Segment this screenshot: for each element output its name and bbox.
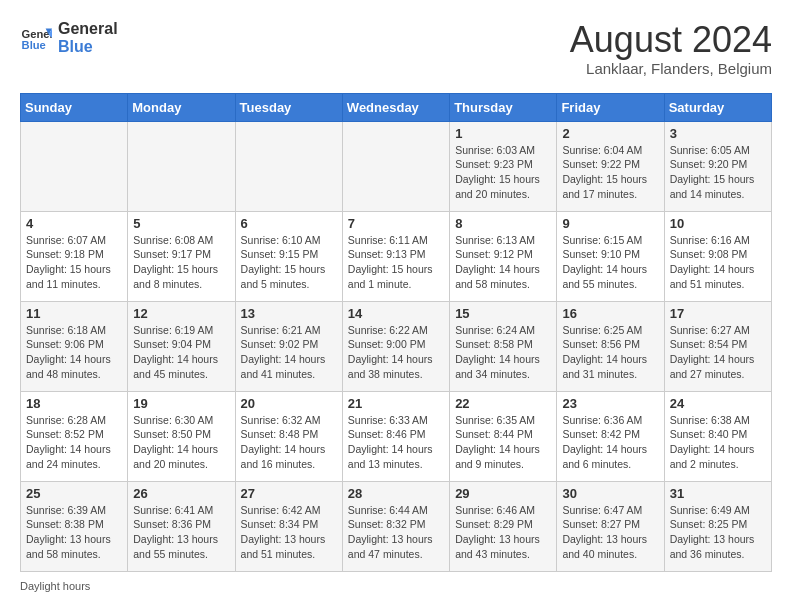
calendar-cell: 15Sunrise: 6:24 AM Sunset: 8:58 PM Dayli… bbox=[450, 301, 557, 391]
calendar-cell: 27Sunrise: 6:42 AM Sunset: 8:34 PM Dayli… bbox=[235, 481, 342, 571]
day-info: Sunrise: 6:49 AM Sunset: 8:25 PM Dayligh… bbox=[670, 503, 766, 562]
day-info: Sunrise: 6:30 AM Sunset: 8:50 PM Dayligh… bbox=[133, 413, 229, 472]
day-number: 28 bbox=[348, 486, 444, 501]
page-header: General Blue General Blue August 2024 La… bbox=[20, 20, 772, 77]
day-number: 1 bbox=[455, 126, 551, 141]
day-number: 27 bbox=[241, 486, 337, 501]
day-info: Sunrise: 6:05 AM Sunset: 9:20 PM Dayligh… bbox=[670, 143, 766, 202]
day-number: 31 bbox=[670, 486, 766, 501]
day-info: Sunrise: 6:38 AM Sunset: 8:40 PM Dayligh… bbox=[670, 413, 766, 472]
calendar-table: SundayMondayTuesdayWednesdayThursdayFrid… bbox=[20, 93, 772, 572]
calendar-week-row: 25Sunrise: 6:39 AM Sunset: 8:38 PM Dayli… bbox=[21, 481, 772, 571]
day-number: 23 bbox=[562, 396, 658, 411]
calendar-week-row: 11Sunrise: 6:18 AM Sunset: 9:06 PM Dayli… bbox=[21, 301, 772, 391]
calendar-cell: 13Sunrise: 6:21 AM Sunset: 9:02 PM Dayli… bbox=[235, 301, 342, 391]
calendar-cell: 8Sunrise: 6:13 AM Sunset: 9:12 PM Daylig… bbox=[450, 211, 557, 301]
day-number: 25 bbox=[26, 486, 122, 501]
calendar-cell: 12Sunrise: 6:19 AM Sunset: 9:04 PM Dayli… bbox=[128, 301, 235, 391]
day-number: 18 bbox=[26, 396, 122, 411]
calendar-cell: 2Sunrise: 6:04 AM Sunset: 9:22 PM Daylig… bbox=[557, 121, 664, 211]
day-number: 24 bbox=[670, 396, 766, 411]
day-number: 13 bbox=[241, 306, 337, 321]
logo-text-general: General bbox=[58, 20, 118, 38]
day-number: 20 bbox=[241, 396, 337, 411]
weekday-header-sunday: Sunday bbox=[21, 93, 128, 121]
calendar-cell bbox=[128, 121, 235, 211]
day-info: Sunrise: 6:10 AM Sunset: 9:15 PM Dayligh… bbox=[241, 233, 337, 292]
day-info: Sunrise: 6:21 AM Sunset: 9:02 PM Dayligh… bbox=[241, 323, 337, 382]
day-number: 14 bbox=[348, 306, 444, 321]
calendar-cell: 20Sunrise: 6:32 AM Sunset: 8:48 PM Dayli… bbox=[235, 391, 342, 481]
svg-text:Blue: Blue bbox=[22, 39, 46, 51]
day-number: 26 bbox=[133, 486, 229, 501]
calendar-cell: 9Sunrise: 6:15 AM Sunset: 9:10 PM Daylig… bbox=[557, 211, 664, 301]
day-number: 9 bbox=[562, 216, 658, 231]
day-number: 8 bbox=[455, 216, 551, 231]
calendar-cell: 23Sunrise: 6:36 AM Sunset: 8:42 PM Dayli… bbox=[557, 391, 664, 481]
calendar-cell: 17Sunrise: 6:27 AM Sunset: 8:54 PM Dayli… bbox=[664, 301, 771, 391]
calendar-cell: 4Sunrise: 6:07 AM Sunset: 9:18 PM Daylig… bbox=[21, 211, 128, 301]
calendar-cell: 22Sunrise: 6:35 AM Sunset: 8:44 PM Dayli… bbox=[450, 391, 557, 481]
calendar-cell bbox=[21, 121, 128, 211]
day-number: 2 bbox=[562, 126, 658, 141]
calendar-week-row: 4Sunrise: 6:07 AM Sunset: 9:18 PM Daylig… bbox=[21, 211, 772, 301]
weekday-header-row: SundayMondayTuesdayWednesdayThursdayFrid… bbox=[21, 93, 772, 121]
calendar-cell: 10Sunrise: 6:16 AM Sunset: 9:08 PM Dayli… bbox=[664, 211, 771, 301]
day-info: Sunrise: 6:35 AM Sunset: 8:44 PM Dayligh… bbox=[455, 413, 551, 472]
calendar-cell: 7Sunrise: 6:11 AM Sunset: 9:13 PM Daylig… bbox=[342, 211, 449, 301]
calendar-cell bbox=[235, 121, 342, 211]
day-info: Sunrise: 6:42 AM Sunset: 8:34 PM Dayligh… bbox=[241, 503, 337, 562]
day-info: Sunrise: 6:27 AM Sunset: 8:54 PM Dayligh… bbox=[670, 323, 766, 382]
calendar-cell: 3Sunrise: 6:05 AM Sunset: 9:20 PM Daylig… bbox=[664, 121, 771, 211]
calendar-cell: 1Sunrise: 6:03 AM Sunset: 9:23 PM Daylig… bbox=[450, 121, 557, 211]
calendar-cell: 24Sunrise: 6:38 AM Sunset: 8:40 PM Dayli… bbox=[664, 391, 771, 481]
day-info: Sunrise: 6:04 AM Sunset: 9:22 PM Dayligh… bbox=[562, 143, 658, 202]
weekday-header-tuesday: Tuesday bbox=[235, 93, 342, 121]
calendar-week-row: 18Sunrise: 6:28 AM Sunset: 8:52 PM Dayli… bbox=[21, 391, 772, 481]
weekday-header-friday: Friday bbox=[557, 93, 664, 121]
day-info: Sunrise: 6:08 AM Sunset: 9:17 PM Dayligh… bbox=[133, 233, 229, 292]
calendar-cell: 16Sunrise: 6:25 AM Sunset: 8:56 PM Dayli… bbox=[557, 301, 664, 391]
day-info: Sunrise: 6:24 AM Sunset: 8:58 PM Dayligh… bbox=[455, 323, 551, 382]
day-info: Sunrise: 6:18 AM Sunset: 9:06 PM Dayligh… bbox=[26, 323, 122, 382]
calendar-cell: 29Sunrise: 6:46 AM Sunset: 8:29 PM Dayli… bbox=[450, 481, 557, 571]
calendar-cell: 28Sunrise: 6:44 AM Sunset: 8:32 PM Dayli… bbox=[342, 481, 449, 571]
calendar-cell: 26Sunrise: 6:41 AM Sunset: 8:36 PM Dayli… bbox=[128, 481, 235, 571]
calendar-cell: 5Sunrise: 6:08 AM Sunset: 9:17 PM Daylig… bbox=[128, 211, 235, 301]
calendar-cell: 18Sunrise: 6:28 AM Sunset: 8:52 PM Dayli… bbox=[21, 391, 128, 481]
day-info: Sunrise: 6:22 AM Sunset: 9:00 PM Dayligh… bbox=[348, 323, 444, 382]
calendar-cell: 14Sunrise: 6:22 AM Sunset: 9:00 PM Dayli… bbox=[342, 301, 449, 391]
day-info: Sunrise: 6:44 AM Sunset: 8:32 PM Dayligh… bbox=[348, 503, 444, 562]
day-number: 6 bbox=[241, 216, 337, 231]
location-subtitle: Lanklaar, Flanders, Belgium bbox=[570, 60, 772, 77]
day-info: Sunrise: 6:36 AM Sunset: 8:42 PM Dayligh… bbox=[562, 413, 658, 472]
day-info: Sunrise: 6:13 AM Sunset: 9:12 PM Dayligh… bbox=[455, 233, 551, 292]
day-number: 7 bbox=[348, 216, 444, 231]
calendar-cell: 25Sunrise: 6:39 AM Sunset: 8:38 PM Dayli… bbox=[21, 481, 128, 571]
day-info: Sunrise: 6:16 AM Sunset: 9:08 PM Dayligh… bbox=[670, 233, 766, 292]
calendar-cell: 11Sunrise: 6:18 AM Sunset: 9:06 PM Dayli… bbox=[21, 301, 128, 391]
calendar-cell: 30Sunrise: 6:47 AM Sunset: 8:27 PM Dayli… bbox=[557, 481, 664, 571]
day-number: 16 bbox=[562, 306, 658, 321]
calendar-cell: 19Sunrise: 6:30 AM Sunset: 8:50 PM Dayli… bbox=[128, 391, 235, 481]
day-number: 30 bbox=[562, 486, 658, 501]
day-number: 19 bbox=[133, 396, 229, 411]
day-number: 10 bbox=[670, 216, 766, 231]
logo-text-blue: Blue bbox=[58, 38, 118, 56]
day-number: 4 bbox=[26, 216, 122, 231]
calendar-cell: 21Sunrise: 6:33 AM Sunset: 8:46 PM Dayli… bbox=[342, 391, 449, 481]
day-info: Sunrise: 6:47 AM Sunset: 8:27 PM Dayligh… bbox=[562, 503, 658, 562]
weekday-header-saturday: Saturday bbox=[664, 93, 771, 121]
weekday-header-monday: Monday bbox=[128, 93, 235, 121]
day-info: Sunrise: 6:41 AM Sunset: 8:36 PM Dayligh… bbox=[133, 503, 229, 562]
footer-note: Daylight hours bbox=[20, 580, 772, 592]
day-info: Sunrise: 6:11 AM Sunset: 9:13 PM Dayligh… bbox=[348, 233, 444, 292]
day-number: 5 bbox=[133, 216, 229, 231]
weekday-header-wednesday: Wednesday bbox=[342, 93, 449, 121]
day-number: 3 bbox=[670, 126, 766, 141]
month-year-title: August 2024 bbox=[570, 20, 772, 60]
day-info: Sunrise: 6:07 AM Sunset: 9:18 PM Dayligh… bbox=[26, 233, 122, 292]
day-number: 21 bbox=[348, 396, 444, 411]
day-info: Sunrise: 6:46 AM Sunset: 8:29 PM Dayligh… bbox=[455, 503, 551, 562]
day-info: Sunrise: 6:39 AM Sunset: 8:38 PM Dayligh… bbox=[26, 503, 122, 562]
